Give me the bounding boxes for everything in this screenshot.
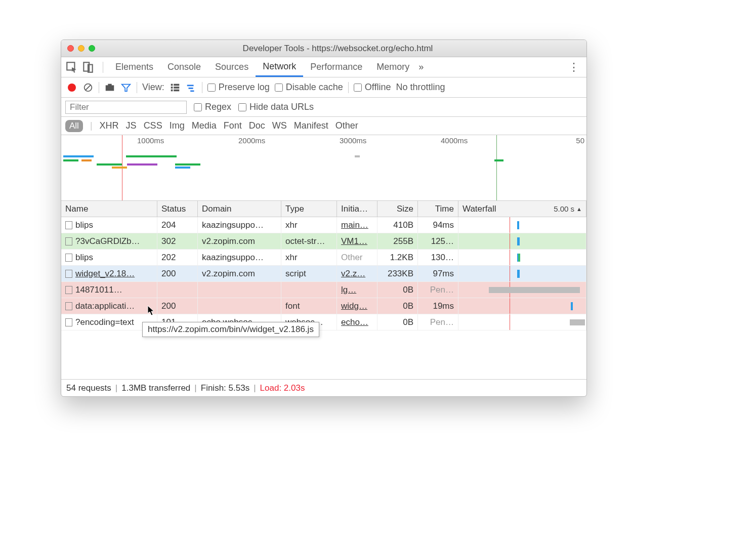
filter-bar: Regex Hide data URLs	[61, 98, 586, 117]
tab-console[interactable]: Console	[160, 57, 208, 77]
minimize-window-button[interactable]	[78, 45, 85, 52]
svg-rect-15	[190, 90, 194, 92]
timeline-bar	[494, 159, 503, 161]
window-title: Developer Tools - https://websocket.org/…	[95, 44, 580, 54]
inspect-element-icon[interactable]	[65, 61, 78, 74]
cell-domain: v2.zopim.com	[198, 266, 281, 281]
filter-ws[interactable]: WS	[272, 120, 287, 131]
cell-initiator[interactable]: v2.z…	[337, 266, 377, 281]
cell-name[interactable]: blips	[61, 217, 157, 233]
cell-time: 19ms	[418, 298, 458, 314]
col-status[interactable]: Status	[157, 201, 198, 217]
device-toolbar-icon[interactable]	[81, 61, 95, 74]
table-row[interactable]: blips204kaazingsuppo…xhrmain…410B94ms	[61, 217, 586, 233]
separator	[99, 82, 99, 93]
tab-elements[interactable]: Elements	[108, 57, 160, 77]
timeline-overview[interactable]: 1000ms 2000ms 3000ms 4000ms 50	[61, 135, 586, 201]
table-row[interactable]: data:applicati…200fontwidg…0B19ms	[61, 298, 586, 314]
titlebar: Developer Tools - https://websocket.org/…	[61, 40, 586, 57]
col-type[interactable]: Type	[281, 201, 337, 217]
url-tooltip: https://v2.zopim.com/bin/v/widget_v2.186…	[142, 322, 319, 337]
cell-domain: kaazingsuppo…	[198, 217, 281, 233]
overview-icon[interactable]	[186, 82, 197, 93]
filter-doc[interactable]: Doc	[249, 120, 265, 131]
svg-rect-5	[106, 85, 114, 91]
filter-img[interactable]: Img	[170, 120, 185, 131]
file-icon	[65, 270, 72, 278]
filter-media[interactable]: Media	[192, 120, 217, 131]
separator	[137, 82, 137, 93]
more-tabs-icon[interactable]: »	[418, 62, 424, 72]
tab-memory[interactable]: Memory	[369, 57, 416, 77]
tab-network[interactable]: Network	[256, 57, 303, 77]
regex-checkbox[interactable]: Regex	[194, 102, 231, 112]
disable-cache-checkbox[interactable]: Disable cache	[275, 82, 343, 93]
record-button[interactable]	[66, 82, 77, 93]
cell-initiator[interactable]: VM1…	[337, 233, 377, 249]
cell-time: 94ms	[418, 217, 458, 233]
status-finish: Finish: 5.53s	[201, 383, 249, 393]
svg-rect-10	[174, 87, 179, 89]
cell-name[interactable]: data:applicati…	[61, 298, 157, 314]
file-icon	[65, 286, 72, 294]
throttling-select[interactable]: No throttling	[396, 82, 445, 93]
table-row[interactable]: ?3vCaGRDlZb…302v2.zopim.comoctet-str…VM1…	[61, 233, 586, 250]
filter-font[interactable]: Font	[224, 120, 242, 131]
sort-arrow-icon: ▲	[576, 206, 582, 212]
cell-status: 200	[157, 266, 198, 281]
table-row[interactable]: blips202kaazingsuppo…xhrOther1.2KB130…	[61, 250, 586, 266]
preserve-log-checkbox[interactable]: Preserve log	[207, 82, 270, 93]
cell-status: 200	[157, 298, 198, 314]
cell-type	[281, 282, 337, 298]
filter-xhr[interactable]: XHR	[100, 120, 119, 131]
file-icon	[65, 254, 72, 262]
filter-manifest[interactable]: Manifest	[294, 120, 328, 131]
col-time[interactable]: Time	[418, 201, 458, 217]
cell-initiator[interactable]: echo…	[337, 314, 377, 330]
tab-sources[interactable]: Sources	[208, 57, 256, 77]
svg-rect-14	[188, 88, 193, 89]
cell-domain	[198, 282, 281, 298]
filter-css[interactable]: CSS	[144, 120, 162, 131]
cell-name[interactable]: 14871011…	[61, 282, 157, 298]
cell-name[interactable]: ?3vCaGRDlZb…	[61, 233, 157, 249]
offline-checkbox[interactable]: Offline	[354, 82, 391, 93]
cell-initiator[interactable]: main…	[337, 217, 377, 233]
hide-data-urls-checkbox[interactable]: Hide data URLs	[238, 102, 314, 112]
filter-js[interactable]: JS	[126, 120, 137, 131]
maximize-window-button[interactable]	[89, 45, 95, 52]
col-size[interactable]: Size	[377, 201, 418, 217]
capture-screenshot-icon[interactable]	[104, 82, 115, 93]
file-icon	[65, 318, 72, 326]
kebab-menu-icon[interactable]: ⋮	[568, 61, 579, 74]
cell-type: xhr	[281, 217, 337, 233]
separator	[103, 62, 103, 73]
close-window-button[interactable]	[67, 45, 74, 52]
col-name[interactable]: Name	[61, 201, 157, 217]
table-row[interactable]: widget_v2.18…200v2.zopim.comscriptv2.z…2…	[61, 266, 586, 282]
cell-initiator[interactable]: widg…	[337, 298, 377, 314]
clear-icon[interactable]	[82, 82, 94, 93]
cell-initiator[interactable]: lg…	[337, 282, 377, 298]
tick-label: 4000ms	[441, 136, 468, 145]
large-rows-icon[interactable]	[170, 82, 181, 93]
filter-all[interactable]: All	[65, 120, 83, 132]
waterfall-end-label: 5.00 s	[554, 204, 574, 213]
timeline-bar	[97, 163, 122, 166]
table-row[interactable]: 14871011…lg…0BPen…	[61, 282, 586, 298]
filter-other[interactable]: Other	[335, 120, 358, 131]
filter-input[interactable]	[65, 101, 187, 114]
cell-size: 410B	[377, 217, 418, 233]
tab-performance[interactable]: Performance	[303, 57, 369, 77]
cell-waterfall	[458, 314, 586, 330]
col-waterfall[interactable]: Waterfall 5.00 s ▲	[458, 201, 586, 217]
filter-icon[interactable]	[120, 82, 132, 93]
cell-initiator: Other	[337, 250, 377, 265]
cell-name[interactable]: blips	[61, 250, 157, 265]
table-row[interactable]: ?encoding=text101echo.websoc…websoc…echo…	[61, 314, 586, 331]
col-initiator[interactable]: Initia…	[337, 201, 377, 217]
col-domain[interactable]: Domain	[198, 201, 281, 217]
cell-time: Pen…	[418, 282, 458, 298]
cell-waterfall	[458, 282, 586, 298]
cell-name[interactable]: widget_v2.18…	[61, 266, 157, 281]
